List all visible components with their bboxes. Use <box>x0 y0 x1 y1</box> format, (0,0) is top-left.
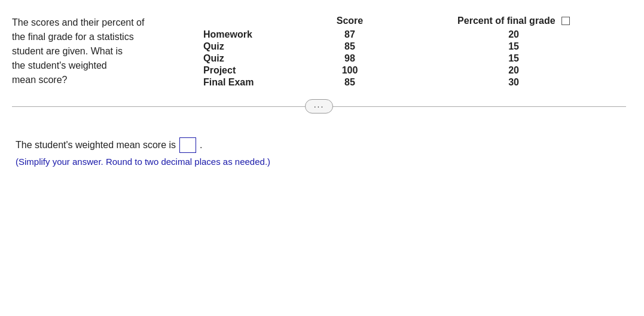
problem-text: The scores and their percent of the fina… <box>12 14 191 87</box>
answer-line: The student's weighted mean score is . <box>16 137 626 153</box>
table-area: Score Percent of final grade Homework 87… <box>197 14 626 88</box>
row-category-1: Homework <box>197 29 310 41</box>
problem-text-line5: mean score? <box>12 75 68 85</box>
table-row: Final Exam 85 30 <box>197 76 626 88</box>
hint-text: (Simplify your answer. Round to two deci… <box>16 157 626 167</box>
problem-text-line1: The scores and their percent of <box>12 17 144 27</box>
main-container: The scores and their percent of the fina… <box>0 0 644 179</box>
row-category-5: Final Exam <box>197 76 310 88</box>
table-row: Quiz 98 15 <box>197 53 626 65</box>
row-score-2: 85 <box>310 41 402 53</box>
row-percent-3: 15 <box>401 53 626 65</box>
row-category-3: Quiz <box>197 53 310 65</box>
row-score-4: 100 <box>310 65 402 76</box>
answer-input-box[interactable] <box>179 137 196 153</box>
problem-text-line3: student are given. What is <box>12 46 123 56</box>
clipboard-icon <box>561 17 570 25</box>
row-score-5: 85 <box>310 76 402 88</box>
answer-suffix: . <box>200 140 202 151</box>
row-percent-5: 30 <box>401 76 626 88</box>
problem-text-line4: the student's weighted <box>12 60 107 70</box>
problem-text-line2: the final grade for a statistics <box>12 32 134 42</box>
answer-prefix: The student's weighted mean score is <box>16 140 176 151</box>
row-score-3: 98 <box>310 53 402 65</box>
row-category-2: Quiz <box>197 41 310 53</box>
table-row: Quiz 85 15 <box>197 41 626 53</box>
score-table: Score Percent of final grade Homework 87… <box>197 14 626 88</box>
row-category-4: Project <box>197 65 310 76</box>
bottom-section: The student's weighted mean score is . (… <box>12 137 626 167</box>
col-header-score: Score <box>310 14 402 29</box>
row-percent-2: 15 <box>401 41 626 53</box>
row-percent-1: 20 <box>401 29 626 41</box>
top-section: The scores and their percent of the fina… <box>12 14 626 88</box>
table-row: Homework 87 20 <box>197 29 626 41</box>
row-score-1: 87 <box>310 29 402 41</box>
row-percent-4: 20 <box>401 65 626 76</box>
table-row: Project 100 20 <box>197 65 626 76</box>
divider-row: ··· <box>12 99 626 113</box>
col-header-percent: Percent of final grade <box>401 14 626 29</box>
col-header-category <box>197 14 310 29</box>
ellipsis-button[interactable]: ··· <box>305 99 334 113</box>
